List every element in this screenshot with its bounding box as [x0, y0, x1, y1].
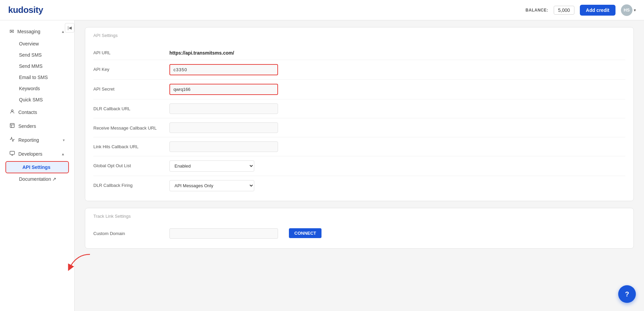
contacts-icon [10, 109, 15, 116]
sidebar-item-send-sms[interactable]: Send SMS [3, 50, 72, 60]
chevron-down-icon: ▾ [63, 138, 65, 142]
header-right: BALANCE: 5,000 Add credit HS ▾ [526, 4, 636, 16]
header: kudosity BALANCE: 5,000 Add credit HS ▾ [0, 0, 644, 20]
sidebar-item-developers-label: Developers [18, 151, 58, 157]
api-url-value: https://api.transmitsms.com/ [169, 47, 234, 56]
chevron-down-icon: ▾ [634, 8, 636, 13]
global-opt-out-list-label: Global Opt Out List [93, 160, 161, 168]
developers-icon [10, 151, 15, 157]
chat-icon: ? [625, 290, 629, 298]
dlr-callback-url-label: DLR Callback URL [93, 103, 161, 111]
chat-button[interactable]: ? [618, 285, 636, 303]
svg-rect-1 [10, 123, 14, 128]
api-settings-title: API Settings [85, 27, 633, 38]
sidebar-collapse-button[interactable]: |◀ [65, 23, 74, 33]
connect-button[interactable]: CONNECT [289, 228, 321, 238]
track-link-settings-title: Track Link Settings [85, 208, 633, 219]
main-content: API Settings API URL https://api.transmi… [75, 20, 644, 311]
logo: kudosity [8, 5, 43, 15]
sidebar-item-documentation[interactable]: Documentation ↗ [3, 174, 72, 184]
dlr-callback-firing-select[interactable]: API Messages Only All Messages [169, 180, 254, 191]
custom-domain-input[interactable] [169, 228, 278, 239]
dlr-callback-url-input[interactable] [169, 103, 278, 114]
svg-rect-4 [10, 151, 14, 154]
sidebar-item-contacts-label: Contacts [18, 110, 65, 115]
api-key-row: API Key [85, 60, 633, 79]
global-opt-out-list-row: Global Opt Out List Enabled Disabled [85, 156, 633, 176]
link-hits-callback-url-label: Link Hits Callback URL [93, 141, 161, 149]
api-url-label: API URL [93, 47, 161, 55]
sidebar: |◀ ✉ Messaging ▲ Overview Send SMS Send … [0, 20, 75, 311]
sidebar-item-senders-label: Senders [18, 123, 65, 129]
api-key-label: API Key [93, 64, 161, 72]
receive-message-callback-url-input[interactable] [169, 122, 278, 133]
messaging-icon: ✉ [10, 28, 14, 35]
sidebar-nav: ✉ Messaging ▲ Overview Send SMS Send MMS… [0, 20, 74, 311]
reporting-icon [10, 137, 15, 143]
global-opt-out-list-select[interactable]: Enabled Disabled [169, 160, 254, 172]
dlr-callback-firing-label: DLR Callback Firing [93, 180, 161, 188]
sidebar-item-api-settings[interactable]: API Settings [5, 161, 69, 173]
sidebar-item-messaging-label: Messaging [17, 29, 58, 34]
sidebar-item-senders[interactable]: Senders [3, 119, 72, 133]
api-settings-card: API Settings API URL https://api.transmi… [85, 27, 634, 201]
sidebar-item-contacts[interactable]: Contacts [3, 105, 72, 119]
sidebar-item-developers[interactable]: Developers ▲ [3, 147, 72, 161]
sidebar-item-reporting-label: Reporting [18, 137, 59, 143]
body: |◀ ✉ Messaging ▲ Overview Send SMS Send … [0, 20, 644, 311]
balance-label: BALANCE: [526, 8, 548, 13]
sidebar-item-email-to-sms[interactable]: Email to SMS [3, 72, 72, 83]
add-credit-button[interactable]: Add credit [580, 5, 615, 16]
sidebar-item-keywords[interactable]: Keywords [3, 83, 72, 94]
svg-point-0 [11, 110, 13, 112]
api-key-input[interactable] [169, 64, 278, 75]
track-link-settings-card: Track Link Settings Custom Domain CONNEC… [85, 208, 634, 249]
sidebar-item-reporting[interactable]: Reporting ▾ [3, 133, 72, 147]
api-secret-input[interactable] [169, 84, 278, 95]
receive-message-callback-url-label: Receive Message Callback URL [93, 122, 161, 131]
link-hits-callback-url-input[interactable] [169, 141, 278, 152]
link-hits-callback-url-row: Link Hits Callback URL [85, 137, 633, 156]
receive-message-callback-url-row: Receive Message Callback URL [85, 118, 633, 137]
custom-domain-row: Custom Domain CONNECT [85, 224, 633, 243]
chevron-up-icon: ▲ [61, 30, 65, 34]
dlr-callback-firing-row: DLR Callback Firing API Messages Only Al… [85, 176, 633, 195]
avatar: HS [621, 4, 632, 16]
api-secret-row: API Secret [85, 80, 633, 99]
api-secret-label: API Secret [93, 84, 161, 92]
avatar-dropdown[interactable]: HS ▾ [621, 4, 636, 16]
api-url-row: API URL https://api.transmitsms.com/ [85, 43, 633, 60]
sidebar-item-messaging[interactable]: ✉ Messaging ▲ [3, 25, 72, 38]
sidebar-item-send-mms[interactable]: Send MMS [3, 61, 72, 72]
balance-value: 5,000 [554, 6, 574, 15]
chevron-up-icon: ▲ [61, 152, 65, 156]
senders-icon [10, 123, 15, 130]
dlr-callback-url-row: DLR Callback URL [85, 99, 633, 118]
sidebar-item-overview[interactable]: Overview [3, 38, 72, 49]
sidebar-item-quick-sms[interactable]: Quick SMS [3, 94, 72, 105]
custom-domain-label: Custom Domain [93, 228, 161, 236]
